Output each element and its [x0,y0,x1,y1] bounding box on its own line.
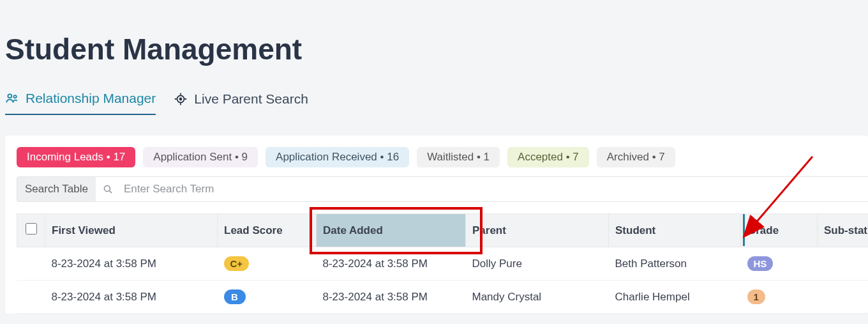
tab-label: Live Parent Search [194,91,308,107]
grade-badge: 1 [747,289,765,304]
cell-grade: HS [741,247,818,281]
tab-live-parent-search[interactable]: Live Parent Search [174,91,308,114]
cell-first-viewed: 8-23-2024 at 3:58 PM [45,247,218,281]
grade-badge: HS [747,256,774,271]
cell-student: Beth Patterson [609,247,741,281]
target-icon [174,92,188,106]
table-row[interactable]: 8-23-2024 at 3:58 PM B 8-23-2024 at 3:58… [17,281,869,314]
filter-accepted[interactable]: Accepted • 7 [507,147,589,167]
select-all-checkbox[interactable] [26,223,37,235]
svg-point-1 [13,95,16,98]
cell-date-added: 8-23-2024 at 3:58 PM [317,247,466,281]
search-row: Search Table [5,176,868,202]
lead-score-badge: B [224,289,246,304]
col-sub-status[interactable]: Sub-status [818,214,869,247]
col-student[interactable]: Student [609,214,741,247]
cell-grade: 1 [741,281,818,314]
svg-point-3 [180,98,182,100]
filter-waitlisted[interactable]: Waitlisted • 1 [417,147,500,167]
students-table: First Viewed Lead Score Date Added Paren… [17,213,868,314]
filter-incoming-leads[interactable]: Incoming Leads • 17 [17,147,135,167]
svg-point-0 [8,94,11,98]
filter-application-received[interactable]: Application Received • 16 [266,147,409,167]
main-card: Incoming Leads • 17 Application Sent • 9… [5,135,868,314]
table-wrap: First Viewed Lead Score Date Added Paren… [5,213,868,314]
cell-lead-score: C+ [218,247,317,281]
cell-student: Charlie Hempel [609,281,741,314]
cell-parent: Mandy Crystal [466,281,609,314]
search-icon [96,176,119,202]
filter-archived[interactable]: Archived • 7 [597,147,675,167]
col-lead-score[interactable]: Lead Score [218,214,317,247]
cell-date-added: 8-23-2024 at 3:58 PM [317,281,466,314]
svg-point-4 [104,185,110,191]
page-title: Student Management [0,0,868,73]
tab-relationship-manager[interactable]: Relationship Manager [5,91,156,115]
lead-score-badge: C+ [224,256,250,271]
col-date-added[interactable]: Date Added [317,214,466,247]
tab-label: Relationship Manager [26,91,156,106]
cell-lead-score: B [218,281,317,314]
col-grade[interactable]: Grade [741,214,818,247]
cell-parent: Dolly Pure [466,247,609,281]
search-input[interactable] [119,176,868,202]
select-all-cell[interactable] [17,214,45,247]
search-label: Search Table [17,176,96,202]
tabs: Relationship Manager Live Parent Search [0,73,868,115]
table-row[interactable]: 8-23-2024 at 3:58 PM C+ 8-23-2024 at 3:5… [17,247,869,281]
cell-first-viewed: 8-23-2024 at 3:58 PM [45,281,218,314]
col-first-viewed[interactable]: First Viewed [45,214,218,247]
col-parent[interactable]: Parent [466,214,609,247]
filter-application-sent[interactable]: Application Sent • 9 [143,147,258,167]
users-icon [5,91,19,105]
status-filters: Incoming Leads • 17 Application Sent • 9… [5,147,868,176]
